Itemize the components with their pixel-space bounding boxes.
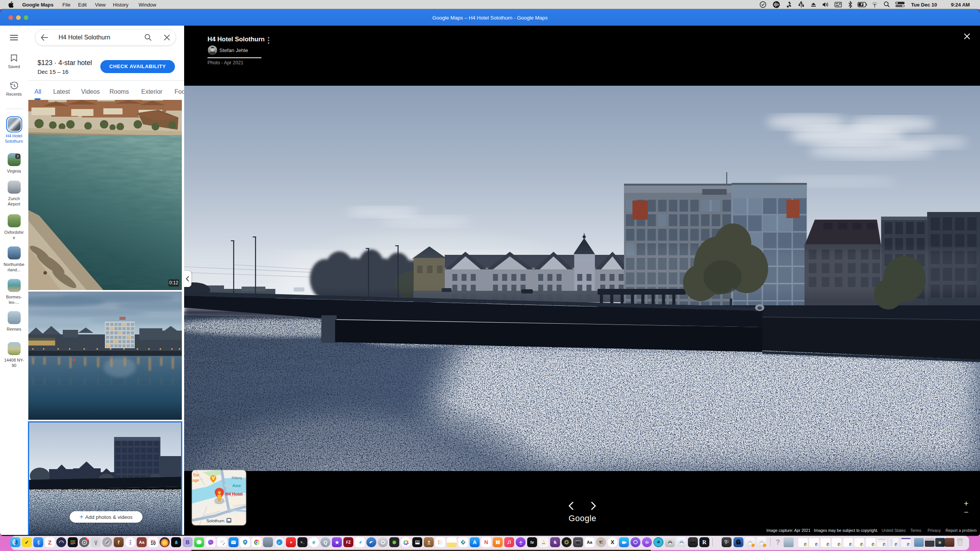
svg-text:Ritterq: Ritterq — [232, 476, 242, 480]
svg-text:H4 Hotel: H4 Hotel — [225, 492, 243, 496]
svg-text:Solothurn: Solothurn — [206, 518, 224, 523]
svg-text:Bar: Bar — [193, 473, 199, 477]
svg-text:Aare: Aare — [232, 483, 241, 488]
svg-text:nge: nge — [193, 478, 199, 483]
